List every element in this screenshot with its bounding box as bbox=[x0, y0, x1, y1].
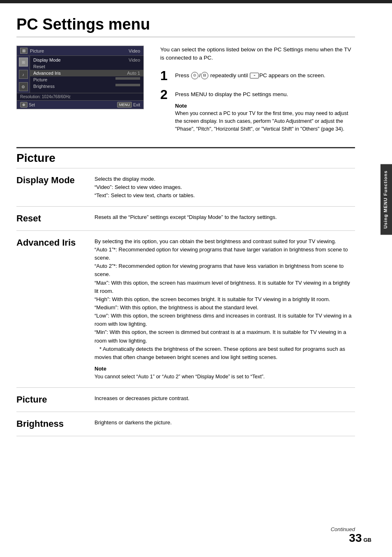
right-col: You can select the options listed below … bbox=[160, 46, 355, 139]
menu-item-reset-label: Reset bbox=[33, 64, 45, 69]
menu-item-brightness: Brightness bbox=[30, 83, 143, 90]
menu-menu-button-icon: MENU bbox=[117, 102, 132, 108]
feature-desc-brightness: Brightens or darkens the picture. bbox=[90, 412, 355, 436]
page-number: 33 bbox=[349, 532, 362, 545]
menu-item-display-mode-label: Display Mode bbox=[33, 58, 61, 62]
feature-name-cell-reset: Reset bbox=[16, 206, 90, 230]
step-2-text: Press MENU to display the PC settings me… bbox=[175, 91, 288, 97]
feature-name-cell-brightness: Brightness bbox=[16, 412, 90, 436]
menu-screenshot: ⊞ Picture Video ⊞ ♪ ⚙ bbox=[16, 46, 144, 109]
menu-item-reset: Reset bbox=[30, 63, 143, 70]
menu-sidebar-settings-icon: ⚙ bbox=[19, 82, 28, 91]
advanced-iris-note-title: Note bbox=[95, 365, 355, 373]
note-block: Note When you connect a PC to your TV fo… bbox=[175, 102, 355, 133]
main-content: PC Settings menu ⊞ Picture Video bbox=[0, 3, 392, 449]
feature-name-cell-display-mode: Display Mode bbox=[16, 168, 90, 207]
menu-item-advanced-iris-label: Advanced Iris bbox=[33, 71, 61, 76]
left-col: ⊞ Picture Video ⊞ ♪ ⚙ bbox=[16, 46, 148, 139]
feature-name-reset: Reset bbox=[16, 213, 41, 223]
menu-footer: ⊕ Set MENU Exit bbox=[17, 100, 143, 109]
menu-item-brightness-slider bbox=[115, 84, 140, 86]
menu-header-title: Picture bbox=[30, 48, 44, 53]
step-1: 1 Press ⊙/⊟ repeatedly until ⌁PC appears… bbox=[160, 69, 355, 82]
step-1-content: Press ⊙/⊟ repeatedly until ⌁PC appears o… bbox=[175, 69, 355, 80]
button-circle-left-icon: ⊙ bbox=[191, 72, 198, 79]
feature-row-advanced-iris: Advanced Iris By selecting the iris opti… bbox=[16, 230, 355, 387]
advanced-iris-asterisk-note: * Automatically detects the brightness o… bbox=[95, 346, 345, 360]
menu-item-picture-label: Picture bbox=[33, 77, 47, 82]
note-title: Note bbox=[175, 102, 355, 110]
menu-item-display-mode: Display Mode Video bbox=[30, 57, 143, 63]
menu-footer-set: ⊕ Set bbox=[20, 102, 35, 108]
menu-header-right: Video bbox=[129, 48, 140, 53]
feature-desc-advanced-iris: By selecting the iris option, you can ob… bbox=[90, 230, 355, 387]
feature-name-display-mode: Display Mode bbox=[16, 175, 75, 185]
feature-desc-reset: Resets all the “Picture” settings except… bbox=[90, 206, 355, 230]
feature-name-brightness: Brightness bbox=[16, 419, 64, 429]
step-1-number: 1 bbox=[160, 69, 170, 82]
menu-set-label: Set bbox=[29, 103, 35, 107]
page-title: PC Settings menu bbox=[16, 16, 355, 37]
feature-row-reset: Reset Resets all the “Picture” settings … bbox=[16, 206, 355, 230]
menu-items: Display Mode Video Reset Advanced Iris A… bbox=[30, 56, 143, 93]
advanced-iris-note-text: You cannot select “Auto 1” or “Auto 2” w… bbox=[95, 373, 355, 381]
step-2: 2 Press MENU to display the PC settings … bbox=[160, 88, 355, 133]
sidebar-tab: Using MENU Functions bbox=[380, 164, 392, 235]
menu-item-advanced-iris: Advanced Iris Auto 1 bbox=[30, 70, 143, 76]
button-pc-icon: ⌁ bbox=[250, 73, 259, 78]
menu-sidebar-audio-icon: ♪ bbox=[19, 70, 28, 79]
feature-desc-picture: Increases or decreases picture contrast. bbox=[90, 387, 355, 412]
menu-resolution: Resolution: 1024x768/60Hz bbox=[17, 93, 143, 100]
menu-header-left: ⊞ Picture bbox=[20, 48, 44, 54]
page-container: PC Settings menu ⊞ Picture Video bbox=[0, 0, 392, 557]
feature-name-advanced-iris: Advanced Iris bbox=[16, 237, 76, 248]
top-bar bbox=[0, 0, 392, 3]
menu-item-advanced-iris-value: Auto 1 bbox=[127, 71, 140, 76]
menu-footer-exit: MENU Exit bbox=[117, 102, 140, 108]
feature-table: Display Mode Selects the display mode. “… bbox=[16, 168, 355, 436]
menu-exit-label: Exit bbox=[133, 103, 140, 107]
button-circle-right-icon: ⊟ bbox=[201, 72, 208, 79]
feature-name-cell-advanced-iris: Advanced Iris bbox=[16, 230, 90, 387]
menu-item-picture-slider bbox=[115, 77, 140, 80]
menu-set-button-icon: ⊕ bbox=[20, 102, 28, 108]
feature-row-picture: Picture Increases or decreases picture c… bbox=[16, 387, 355, 412]
menu-sidebar: ⊞ ♪ ⚙ bbox=[17, 56, 30, 93]
step-2-content: Press MENU to display the PC settings me… bbox=[175, 88, 355, 133]
page-gb: GB bbox=[364, 537, 372, 543]
two-col-layout: ⊞ Picture Video ⊞ ♪ ⚙ bbox=[16, 46, 355, 139]
menu-item-brightness-label: Brightness bbox=[33, 84, 55, 89]
menu-item-display-mode-value: Video bbox=[129, 58, 140, 62]
menu-sidebar-picture-icon: ⊞ bbox=[19, 58, 28, 67]
feature-row-display-mode: Display Mode Selects the display mode. “… bbox=[16, 168, 355, 207]
menu-header: ⊞ Picture Video bbox=[17, 46, 143, 56]
picture-section-title: Picture bbox=[16, 148, 355, 168]
menu-picture-icon: ⊞ bbox=[20, 48, 28, 54]
menu-body: ⊞ ♪ ⚙ Display Mode Video Reset bbox=[17, 56, 143, 93]
note-text: When you connect a PC to your TV for the… bbox=[175, 110, 355, 133]
menu-item-picture: Picture bbox=[30, 76, 143, 83]
page-number-area: 33 GB bbox=[349, 532, 371, 545]
feature-name-cell-picture: Picture bbox=[16, 387, 90, 412]
advanced-iris-note-block: Note You cannot select “Auto 1” or “Auto… bbox=[95, 365, 355, 381]
step-list: 1 Press ⊙/⊟ repeatedly until ⌁PC appears… bbox=[160, 69, 355, 133]
step-2-number: 2 bbox=[160, 88, 170, 101]
feature-desc-display-mode: Selects the display mode. “Video”: Selec… bbox=[90, 168, 355, 207]
intro-text: You can select the options listed below … bbox=[160, 46, 355, 62]
feature-row-brightness: Brightness Brightens or darkens the pict… bbox=[16, 412, 355, 436]
feature-name-picture: Picture bbox=[16, 394, 47, 405]
